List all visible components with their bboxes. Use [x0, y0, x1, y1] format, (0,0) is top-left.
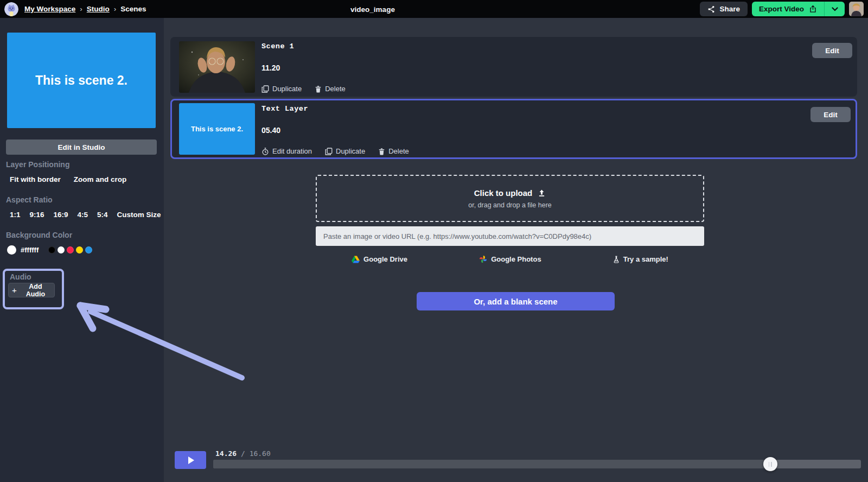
- aspect-ratio-1-1[interactable]: 1:1: [10, 211, 21, 219]
- copy-icon: [325, 148, 333, 155]
- color-swatch-black[interactable]: [48, 246, 55, 253]
- aspect-ratio-options: 1:1 9:16 16:9 4:5 5:4 Custom Size: [10, 211, 161, 219]
- current-color-hex: #ffffff: [21, 246, 39, 254]
- duplicate-button[interactable]: Duplicate: [325, 147, 365, 155]
- aspect-ratio-header: Aspect Ratio: [6, 195, 53, 204]
- color-swatch-red[interactable]: [67, 246, 74, 253]
- share-button-label: Share: [719, 5, 740, 13]
- color-swatch-white[interactable]: [58, 246, 65, 253]
- breadcrumb-studio[interactable]: Studio: [87, 5, 110, 13]
- edit-duration-button[interactable]: Edit duration: [261, 147, 312, 155]
- google-drive-label: Google Drive: [363, 255, 407, 263]
- timecode: 14.26 / 16.60: [215, 449, 271, 458]
- background-color-header: Background Color: [6, 231, 72, 239]
- grip-line: [771, 462, 772, 467]
- aspect-ratio-4-5[interactable]: 4:5: [78, 211, 88, 219]
- delete-label: Delete: [325, 85, 346, 93]
- text-layer-edit-button[interactable]: Edit: [810, 107, 851, 122]
- audio-highlight-box: Audio + Add Audio: [3, 269, 64, 309]
- add-audio-label: Add Audio: [20, 283, 51, 298]
- delete-button[interactable]: Delete: [315, 85, 346, 93]
- delete-button[interactable]: Delete: [378, 147, 409, 155]
- text-layer-thumbnail[interactable]: This is scene 2.: [179, 103, 255, 155]
- try-a-sample-button[interactable]: Try a sample!: [613, 255, 668, 263]
- option-zoom-and-crop[interactable]: Zoom and crop: [74, 175, 127, 183]
- scene-duration: 05.40: [261, 126, 409, 135]
- scene-preview-text: This is scene 2.: [35, 73, 127, 88]
- breadcrumb-my-workspace[interactable]: My Workspace: [24, 5, 75, 13]
- plus-icon: +: [12, 286, 17, 294]
- google-drive-button[interactable]: Google Drive: [352, 255, 407, 263]
- drag-drop-hint: or, drag and drop a file here: [468, 201, 552, 209]
- document-title: video_image: [350, 5, 395, 13]
- delete-label: Delete: [388, 147, 409, 155]
- export-button-group: Export Video: [752, 2, 845, 16]
- aspect-ratio-16-9[interactable]: 16:9: [54, 211, 68, 219]
- current-time: 14.26: [215, 449, 237, 458]
- duplicate-button[interactable]: Duplicate: [261, 85, 302, 93]
- google-photos-icon: [479, 255, 487, 263]
- upload-dropzone[interactable]: Click to upload or, drag and drop a file…: [316, 175, 704, 222]
- sidebar: This is scene 2. Edit in Studio Layer Po…: [0, 18, 164, 482]
- breadcrumb-separator: ›: [80, 5, 82, 13]
- add-audio-button[interactable]: + Add Audio: [8, 283, 55, 297]
- chevron-down-icon: [832, 7, 838, 11]
- aspect-ratio-custom-size[interactable]: Custom Size: [117, 211, 161, 219]
- aspect-ratio-5-4[interactable]: 5:4: [97, 211, 108, 219]
- flask-icon: [613, 256, 620, 263]
- add-blank-scene-button[interactable]: Or, add a blank scene: [417, 292, 615, 310]
- upload-icon: [538, 189, 546, 197]
- main-content: Scene 1 11.20 Duplicate: [164, 18, 868, 482]
- click-to-upload-label: Click to upload: [474, 188, 533, 198]
- scene-title: Text Layer: [261, 105, 409, 113]
- audio-header: Audio: [10, 272, 31, 281]
- color-swatch-blue[interactable]: [85, 246, 92, 253]
- scene-1-thumbnail[interactable]: [179, 41, 255, 93]
- option-fit-with-border[interactable]: Fit with border: [10, 175, 61, 183]
- breadcrumb: My Workspace › Studio › Scenes: [24, 5, 146, 13]
- aspect-ratio-9-16[interactable]: 9:16: [30, 211, 44, 219]
- scene-row-text-layer-selected[interactable]: This is scene 2. Text Layer 05.40: [170, 99, 857, 159]
- progress-bar[interactable]: [213, 460, 861, 468]
- duplicate-label: Duplicate: [336, 147, 365, 155]
- import-sources: Google Drive Google Photos: [316, 255, 704, 263]
- google-photos-label: Google Photos: [491, 255, 541, 263]
- export-video-label: Export Video: [759, 5, 804, 13]
- scene-duration: 11.20: [261, 64, 346, 72]
- google-drive-icon: [352, 256, 360, 263]
- current-color-swatch[interactable]: [7, 245, 16, 255]
- google-photos-button[interactable]: Google Photos: [479, 255, 541, 263]
- play-button[interactable]: [175, 451, 206, 469]
- breadcrumb-scenes: Scenes: [120, 5, 146, 13]
- export-video-button[interactable]: Export Video: [752, 2, 824, 16]
- share-button[interactable]: Share: [700, 2, 748, 16]
- background-color-row: #ffffff: [7, 244, 94, 255]
- app-logo-icon[interactable]: [4, 2, 18, 16]
- layer-positioning-header: Layer Positioning: [6, 160, 69, 169]
- app-window: My Workspace › Studio › Scenes video_ima…: [0, 0, 868, 482]
- time-separator: /: [241, 449, 245, 458]
- trash-icon: [315, 85, 322, 93]
- total-time: 16.60: [250, 449, 271, 458]
- copy-icon: [261, 85, 269, 93]
- text-layer-thumbnail-text: This is scene 2.: [179, 103, 255, 155]
- export-options-dropdown-button[interactable]: [824, 2, 845, 16]
- breadcrumb-separator: ›: [114, 5, 117, 13]
- scene-preview: This is scene 2.: [7, 33, 156, 128]
- edit-in-studio-button[interactable]: Edit in Studio: [6, 139, 157, 155]
- user-avatar[interactable]: [849, 2, 864, 16]
- edit-duration-label: Edit duration: [272, 147, 312, 155]
- url-input[interactable]: [316, 226, 704, 246]
- scrubber-handle[interactable]: [763, 457, 777, 471]
- top-bar: My Workspace › Studio › Scenes video_ima…: [0, 0, 868, 18]
- stopwatch-icon: [261, 148, 269, 155]
- layer-positioning-options: Fit with border Zoom and crop: [10, 175, 126, 183]
- scene-1-edit-button[interactable]: Edit: [812, 43, 852, 58]
- scene-row-scene-1[interactable]: Scene 1 11.20 Duplicate: [170, 37, 857, 97]
- try-a-sample-label: Try a sample!: [623, 255, 668, 263]
- share-icon: [707, 5, 715, 13]
- play-icon: [188, 456, 194, 464]
- progress-fill: [213, 460, 770, 468]
- duplicate-label: Duplicate: [272, 85, 302, 93]
- color-swatch-yellow[interactable]: [76, 246, 83, 253]
